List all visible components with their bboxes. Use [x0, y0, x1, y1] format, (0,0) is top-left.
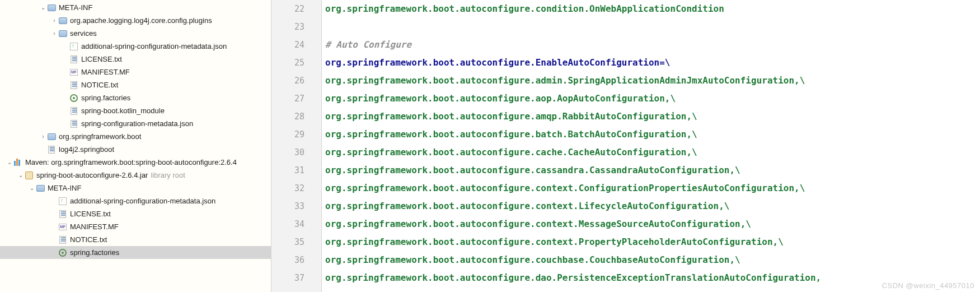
tree-item[interactable]: ·MFMANIFEST.MF: [0, 66, 271, 78]
line-number: 33: [271, 197, 304, 215]
folder-icon: [47, 3, 56, 12]
tree-item-hint: library root: [151, 171, 185, 179]
tree-item-label: services: [70, 29, 97, 38]
tree-item-label: additional-spring-configuration-metadata…: [70, 197, 215, 205]
file-icon: [58, 235, 67, 244]
tree-item-label: LICENSE.txt: [70, 210, 111, 218]
tree-item-label: additional-spring-configuration-metadata…: [81, 42, 227, 50]
code-line[interactable]: org.springframework.boot.autoconfigure.a…: [325, 90, 980, 108]
file-icon: [69, 81, 78, 90]
code-line[interactable]: [325, 18, 980, 36]
tree-item-label: MANIFEST.MF: [81, 68, 130, 76]
tree-item[interactable]: ›org.springframework.boot: [0, 130, 271, 143]
code-token: org.springframework.boot.autoconfigure.c…: [325, 165, 740, 175]
chevron-down-icon[interactable]: ⌄: [28, 185, 36, 191]
tree-item[interactable]: ·additional-spring-configuration-metadat…: [0, 194, 271, 207]
code-token: org.springframework.boot.autoconfigure.b…: [325, 129, 697, 140]
code-token: org.springframework.boot.autoconfigure.c…: [325, 183, 805, 193]
tree-item-label: NOTICE.txt: [81, 81, 118, 89]
project-tree[interactable]: ⌄META-INF›org.apache.logging.log4j.core.…: [0, 0, 271, 292]
code-token: org.springframework.boot.autoconfigure.c…: [325, 201, 729, 211]
tree-item-label: Maven: org.springframework.boot:spring-b…: [25, 158, 237, 166]
code-line[interactable]: org.springframework.boot.autoconfigure.a…: [325, 108, 980, 126]
editor-area: 22232425262728293031323334353637 org.spr…: [271, 0, 980, 292]
tree-item[interactable]: ⌄META-INF: [0, 182, 271, 194]
code-line[interactable]: org.springframework.boot.autoconfigure.c…: [325, 0, 980, 18]
code-line[interactable]: org.springframework.boot.autoconfigure.c…: [325, 197, 980, 215]
tree-item[interactable]: ⌄META-INF: [0, 1, 271, 14]
line-number: 29: [271, 126, 304, 143]
code-token: org.springframework.boot.autoconfigure.a…: [325, 93, 676, 104]
code-line[interactable]: org.springframework.boot.autoconfigure.b…: [325, 126, 980, 143]
mf-icon: MF: [58, 223, 67, 231]
folder-icon: [36, 184, 45, 193]
tree-item[interactable]: ·NOTICE.txt: [0, 78, 271, 91]
tree-item[interactable]: ·spring-configuration-metadata.json: [0, 117, 271, 130]
line-number-gutter: 22232425262728293031323334353637: [271, 0, 322, 292]
file-icon: [69, 119, 78, 128]
tree-item[interactable]: ·additional-spring-configuration-metadat…: [0, 40, 271, 53]
code-line[interactable]: org.springframework.boot.autoconfigure.a…: [325, 72, 980, 90]
code-token: org.springframework.boot.autoconfigure.c…: [325, 237, 784, 247]
code-token: org.springframework.boot.autoconfigure.E…: [325, 57, 670, 68]
mf-icon: MF: [69, 68, 78, 77]
code-editor[interactable]: org.springframework.boot.autoconfigure.c…: [322, 0, 980, 292]
code-line[interactable]: org.springframework.boot.autoconfigure.c…: [325, 251, 980, 269]
tree-item[interactable]: ·MFMANIFEST.MF: [0, 220, 271, 233]
json-icon: [58, 197, 67, 206]
line-number: 31: [271, 161, 304, 179]
line-number: 32: [271, 179, 304, 197]
code-line[interactable]: org.springframework.boot.autoconfigure.c…: [325, 161, 980, 179]
tree-item[interactable]: ·NOTICE.txt: [0, 233, 271, 246]
tree-item-label: spring.factories: [70, 248, 119, 257]
gear-icon: [69, 94, 78, 103]
line-number: 34: [271, 215, 304, 233]
chevron-down-icon[interactable]: ⌄: [6, 159, 13, 165]
tree-item[interactable]: ·LICENSE.txt: [0, 207, 271, 220]
line-number: 23: [271, 18, 304, 36]
code-line[interactable]: org.springframework.boot.autoconfigure.c…: [325, 143, 980, 161]
tree-item-label: spring-configuration-metadata.json: [81, 119, 193, 128]
file-icon: [69, 55, 78, 64]
tree-item[interactable]: ›services: [0, 27, 271, 40]
watermark-text: CSDN @weixin_44957010: [882, 281, 974, 290]
file-icon: [58, 210, 67, 219]
json-icon: [69, 42, 78, 51]
jar-icon: [25, 171, 34, 180]
folder-icon: [58, 16, 67, 25]
tree-item-label: spring-boot-autoconfigure-2.6.4.jar: [36, 171, 148, 179]
code-line[interactable]: org.springframework.boot.autoconfigure.E…: [325, 54, 980, 72]
line-number: 35: [271, 233, 304, 251]
chevron-down-icon[interactable]: ⌄: [17, 172, 25, 178]
tree-item[interactable]: ·spring-boot.kotlin_module: [0, 104, 271, 117]
tree-item[interactable]: ·log4j2.springboot: [0, 143, 271, 156]
code-token: org.springframework.boot.autoconfigure.a…: [325, 111, 697, 122]
tree-item-label: log4j2.springboot: [59, 145, 114, 154]
tree-item[interactable]: ⌄Maven: org.springframework.boot:spring-…: [0, 156, 271, 169]
code-line[interactable]: org.springframework.boot.autoconfigure.c…: [325, 233, 980, 251]
tree-item[interactable]: ·spring.factories: [0, 91, 271, 104]
tree-item-label: spring-boot.kotlin_module: [81, 106, 165, 115]
tree-item-label: LICENSE.txt: [81, 55, 122, 63]
code-line[interactable]: # Auto Configure: [325, 36, 980, 54]
line-number: 25: [271, 54, 304, 72]
code-line[interactable]: org.springframework.boot.autoconfigure.c…: [325, 215, 980, 233]
chevron-right-icon[interactable]: ›: [39, 133, 47, 140]
code-token: org.springframework.boot.autoconfigure.c…: [325, 147, 697, 157]
line-number: 30: [271, 143, 304, 161]
tree-item[interactable]: ›org.apache.logging.log4j.core.config.pl…: [0, 14, 271, 27]
tree-item-label: spring.factories: [81, 94, 130, 102]
tree-item-label: META-INF: [48, 184, 81, 192]
chevron-right-icon[interactable]: ›: [50, 17, 58, 24]
line-number: 37: [271, 269, 304, 287]
tree-item[interactable]: ·spring.factories: [0, 246, 271, 259]
tree-item-label: org.springframework.boot: [59, 132, 141, 141]
tree-item[interactable]: ⌄spring-boot-autoconfigure-2.6.4.jarlibr…: [0, 169, 271, 182]
tree-item[interactable]: ·LICENSE.txt: [0, 53, 271, 66]
code-token: org.springframework.boot.autoconfigure.c…: [325, 3, 724, 14]
line-number: 24: [271, 36, 304, 54]
code-line[interactable]: org.springframework.boot.autoconfigure.c…: [325, 179, 980, 197]
folder-icon: [58, 29, 67, 38]
chevron-down-icon[interactable]: ⌄: [39, 4, 47, 11]
chevron-right-icon[interactable]: ›: [50, 30, 58, 36]
